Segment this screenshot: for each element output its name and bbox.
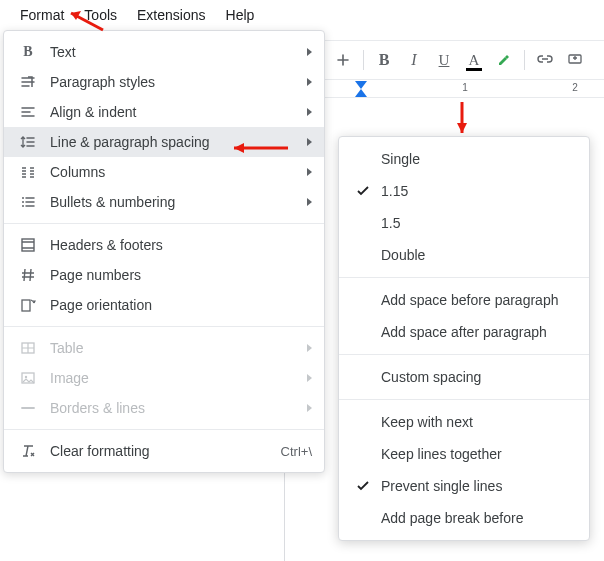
- bold-button[interactable]: B: [370, 46, 398, 74]
- svg-rect-4: [22, 239, 34, 251]
- label: Keep with next: [381, 414, 473, 430]
- label: Double: [381, 247, 425, 263]
- columns-icon: [18, 162, 38, 182]
- check-icon: [353, 213, 373, 233]
- check-icon: [353, 367, 373, 387]
- label: Custom spacing: [381, 369, 481, 385]
- header-footer-icon: [18, 235, 38, 255]
- chevron-right-icon: [307, 108, 312, 116]
- menu-item-columns[interactable]: Columns: [4, 157, 324, 187]
- chevron-right-icon: [307, 48, 312, 56]
- menu-item-bullets-numbering[interactable]: Bullets & numbering: [4, 187, 324, 217]
- menu-extensions[interactable]: Extensions: [127, 3, 215, 27]
- menu-item-clear-formatting[interactable]: Clear formatting Ctrl+\: [4, 436, 324, 466]
- underline-button[interactable]: U: [430, 46, 458, 74]
- link-button[interactable]: [531, 46, 559, 74]
- menu-item-align-indent[interactable]: Align & indent: [4, 97, 324, 127]
- line-icon: [18, 398, 38, 418]
- separator: [363, 50, 364, 70]
- spacing-add-after[interactable]: Add space after paragraph: [339, 316, 589, 348]
- menu-item-headers-footers[interactable]: Headers & footers: [4, 230, 324, 260]
- check-icon: [353, 476, 373, 496]
- line-spacing-icon: [18, 132, 38, 152]
- annotation-arrow-submenu: [452, 100, 472, 145]
- check-icon: [353, 290, 373, 310]
- paragraph-icon: [18, 72, 38, 92]
- label: Image: [50, 370, 307, 386]
- clear-format-icon: [18, 441, 38, 461]
- italic-button[interactable]: I: [400, 46, 428, 74]
- toolbar: B I U A: [325, 40, 604, 80]
- label: Prevent single lines: [381, 478, 502, 494]
- label: Single: [381, 151, 420, 167]
- spacing-15[interactable]: 1.5: [339, 207, 589, 239]
- check-icon: [353, 322, 373, 342]
- indent-marker-bottom[interactable]: [355, 89, 367, 97]
- label: Add page break before: [381, 510, 523, 526]
- separator: [339, 354, 589, 355]
- bold-icon: B: [18, 42, 38, 62]
- check-icon: [353, 149, 373, 169]
- menu-item-image: Image: [4, 363, 324, 393]
- svg-point-3: [22, 205, 24, 207]
- separator: [4, 429, 324, 430]
- format-dropdown: B Text Paragraph styles Align & indent L…: [3, 30, 325, 473]
- svg-point-8: [25, 376, 27, 378]
- label: Page numbers: [50, 267, 312, 283]
- label: Table: [50, 340, 307, 356]
- highlight-button[interactable]: [490, 46, 518, 74]
- svg-point-1: [22, 197, 24, 199]
- indent-marker-top[interactable]: [355, 81, 367, 89]
- spacing-add-before[interactable]: Add space before paragraph: [339, 284, 589, 316]
- menu-item-page-numbers[interactable]: Page numbers: [4, 260, 324, 290]
- check-icon: [353, 412, 373, 432]
- label: Bullets & numbering: [50, 194, 307, 210]
- check-icon: [353, 245, 373, 265]
- check-icon: [353, 508, 373, 528]
- chevron-right-icon: [307, 344, 312, 352]
- menu-help[interactable]: Help: [216, 3, 265, 27]
- label: Add space before paragraph: [381, 292, 558, 308]
- separator: [4, 223, 324, 224]
- spacing-submenu: Single 1.15 1.5 Double Add space before …: [338, 136, 590, 541]
- svg-rect-5: [22, 300, 30, 311]
- list-icon: [18, 192, 38, 212]
- annotation-arrow-spacing: [220, 138, 290, 158]
- chevron-right-icon: [307, 374, 312, 382]
- check-icon: [353, 181, 373, 201]
- spacing-prevent-single[interactable]: Prevent single lines: [339, 470, 589, 502]
- chevron-right-icon: [307, 198, 312, 206]
- spacing-keep-next[interactable]: Keep with next: [339, 406, 589, 438]
- comment-button[interactable]: [561, 46, 589, 74]
- spacing-single[interactable]: Single: [339, 143, 589, 175]
- plus-icon[interactable]: [329, 46, 357, 74]
- separator: [4, 326, 324, 327]
- spacing-custom[interactable]: Custom spacing: [339, 361, 589, 393]
- spacing-115[interactable]: 1.15: [339, 175, 589, 207]
- label: Keep lines together: [381, 446, 502, 462]
- check-icon: [353, 444, 373, 464]
- chevron-right-icon: [307, 78, 312, 86]
- label: Page orientation: [50, 297, 312, 313]
- label: Align & indent: [50, 104, 307, 120]
- image-icon: [18, 368, 38, 388]
- menu-item-text[interactable]: B Text: [4, 37, 324, 67]
- separator: [339, 277, 589, 278]
- spacing-keep-together[interactable]: Keep lines together: [339, 438, 589, 470]
- label: Columns: [50, 164, 307, 180]
- spacing-double[interactable]: Double: [339, 239, 589, 271]
- label: Headers & footers: [50, 237, 312, 253]
- ruler[interactable]: 1 2: [325, 80, 604, 98]
- hash-icon: [18, 265, 38, 285]
- chevron-right-icon: [307, 168, 312, 176]
- text-color-button[interactable]: A: [460, 46, 488, 74]
- label: 1.15: [381, 183, 408, 199]
- label: 1.5: [381, 215, 400, 231]
- menu-item-paragraph-styles[interactable]: Paragraph styles: [4, 67, 324, 97]
- align-icon: [18, 102, 38, 122]
- shortcut: Ctrl+\: [281, 444, 312, 459]
- spacing-page-break[interactable]: Add page break before: [339, 502, 589, 534]
- menu-item-page-orientation[interactable]: Page orientation: [4, 290, 324, 320]
- label: Paragraph styles: [50, 74, 307, 90]
- label: Clear formatting: [50, 443, 281, 459]
